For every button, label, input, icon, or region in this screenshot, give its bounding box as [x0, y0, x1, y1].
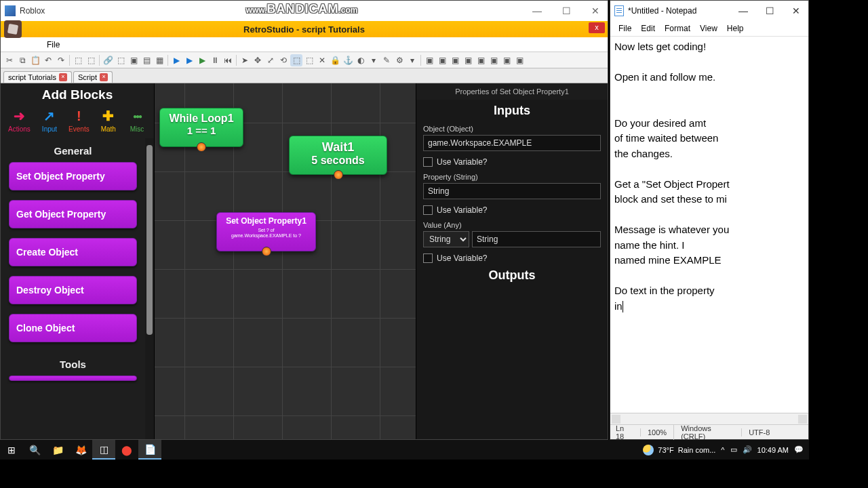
menu-edit[interactable]: Edit — [637, 22, 659, 35]
maximize-button[interactable]: ☐ — [558, 4, 575, 18]
input-property[interactable] — [423, 183, 601, 199]
horizontal-scrollbar[interactable] — [610, 413, 808, 424]
checkbox-use-variable-2[interactable]: Use Variable? — [416, 202, 608, 218]
cut-icon[interactable]: ✂ — [3, 54, 16, 66]
anchor-icon[interactable]: ⚓ — [342, 54, 354, 66]
undo-icon[interactable]: ↶ — [42, 54, 54, 66]
panel-icon[interactable]: ▣ — [462, 54, 474, 66]
gear-icon[interactable]: ⚙ — [393, 54, 406, 66]
block-get-object-property[interactable]: Get Object Property — [9, 200, 137, 228]
panel-icon[interactable]: ▣ — [423, 54, 435, 66]
play-icon[interactable]: ▶ — [196, 54, 208, 66]
clock[interactable]: 10:49 AM — [757, 446, 789, 454]
block-partial[interactable] — [9, 375, 137, 381]
lock-icon[interactable]: 🔒 — [329, 54, 341, 66]
minimize-button[interactable]: — — [734, 4, 752, 18]
redo-icon[interactable]: ↷ — [55, 54, 67, 66]
close-button[interactable]: ✕ — [788, 4, 804, 18]
script-canvas[interactable]: While Loop1 1 == 1 Wait1 5 seconds Set O… — [155, 83, 416, 439]
tab-script[interactable]: Script × — [73, 71, 113, 83]
search-icon[interactable]: 🔍 — [23, 440, 46, 460]
checkbox-use-variable-1[interactable]: Use Variable? — [416, 154, 608, 170]
checkbox-icon[interactable] — [423, 253, 433, 263]
category-events[interactable]: Events — [68, 108, 90, 133]
category-input[interactable]: Input — [40, 108, 59, 133]
tool-icon[interactable]: ⬚ — [115, 54, 127, 66]
panel-icon[interactable]: ▣ — [475, 54, 487, 66]
tool-icon[interactable]: ▤ — [140, 54, 153, 66]
move-icon[interactable]: ✥ — [252, 54, 264, 66]
copy-icon[interactable]: ⧉ — [16, 54, 28, 66]
tool-icon[interactable]: ⬚ — [303, 54, 315, 66]
notepad-textarea[interactable]: Now lets get coding! Open it and follow … — [610, 37, 808, 413]
scale-icon[interactable]: ⤢ — [264, 54, 277, 66]
record-icon[interactable]: ⬤ — [115, 440, 138, 460]
play-start-icon[interactable]: ▶ — [170, 54, 182, 66]
tool-icon[interactable]: ▦ — [153, 54, 165, 66]
explorer-icon[interactable]: 📁 — [46, 440, 69, 460]
dropdown-icon[interactable]: ▾ — [406, 54, 418, 66]
notifications-icon[interactable]: 💬 — [794, 445, 804, 454]
category-actions[interactable]: Actions — [8, 108, 31, 133]
output-port[interactable] — [262, 247, 271, 256]
roblox-taskbar-icon[interactable]: ◫ — [92, 440, 115, 460]
link-icon[interactable]: 🔗 — [102, 54, 114, 66]
pause-icon[interactable]: ⏸ — [209, 54, 221, 66]
panel-icon[interactable]: ▣ — [513, 54, 526, 66]
rotate-icon[interactable]: ⟲ — [277, 54, 290, 66]
volume-icon[interactable]: 🔊 — [743, 445, 752, 454]
menu-file[interactable]: File — [41, 39, 65, 51]
weather-widget[interactable]: 73°F Rain com... — [643, 445, 715, 455]
transform-icon[interactable]: ⬚ — [290, 54, 302, 66]
input-object[interactable] — [423, 135, 601, 151]
checkbox-icon[interactable] — [423, 157, 433, 167]
play-here-icon[interactable]: ▶ — [183, 54, 195, 66]
output-port[interactable] — [197, 142, 206, 152]
tool-icon[interactable]: ⬚ — [72, 54, 84, 66]
menu-file[interactable]: File — [614, 22, 635, 35]
select-value-type[interactable]: String — [423, 231, 469, 247]
tab-script-tutorials[interactable]: script Tutorials × — [3, 71, 72, 83]
category-math[interactable]: Math — [99, 108, 118, 133]
cursor-icon[interactable]: ➤ — [239, 54, 251, 66]
menu-help[interactable]: Help — [723, 22, 748, 35]
block-clone-object[interactable]: Clone Object — [9, 314, 137, 342]
minimize-button[interactable]: — — [528, 4, 546, 18]
tool-icon[interactable]: ◐ — [355, 54, 367, 66]
tool-icon[interactable]: ▣ — [127, 54, 140, 66]
block-destroy-object[interactable]: Destroy Object — [9, 276, 137, 304]
blocks-scrollbar[interactable] — [145, 138, 154, 439]
tool-icon[interactable]: ✕ — [316, 54, 328, 66]
tab-close-icon[interactable]: × — [100, 73, 108, 81]
tab-close-icon[interactable]: × — [59, 73, 67, 81]
panel-icon[interactable]: ▣ — [436, 54, 448, 66]
block-create-object[interactable]: Create Object — [9, 238, 137, 266]
paste-icon[interactable]: 📋 — [29, 54, 41, 66]
checkbox-icon[interactable] — [423, 205, 433, 215]
panel-icon[interactable]: ▣ — [449, 54, 461, 66]
tray-chevron-icon[interactable]: ^ — [721, 446, 724, 454]
roblox-titlebar[interactable]: Roblox — ☐ ✕ — [1, 1, 608, 21]
dropdown-icon[interactable]: ▾ — [368, 54, 380, 66]
close-button[interactable]: ✕ — [587, 4, 604, 18]
panel-icon[interactable]: ▣ — [488, 54, 500, 66]
menu-format[interactable]: Format — [660, 22, 694, 35]
tool-icon[interactable]: ⬚ — [85, 54, 97, 66]
node-while-loop[interactable]: While Loop1 1 == 1 — [159, 108, 243, 147]
wand-icon[interactable]: ✎ — [380, 54, 393, 66]
menu-view[interactable]: View — [696, 22, 722, 35]
firefox-icon[interactable]: 🦊 — [69, 440, 92, 460]
checkbox-use-variable-3[interactable]: Use Variable? — [416, 250, 608, 264]
panel-icon[interactable]: ▣ — [500, 54, 513, 66]
retrostudio-close-button[interactable]: x — [589, 22, 605, 33]
block-set-object-property[interactable]: Set Object Property — [9, 162, 137, 190]
network-icon[interactable]: ▭ — [730, 445, 737, 454]
notepad-taskbar-icon[interactable]: 📄 — [138, 440, 161, 460]
node-wait[interactable]: Wait1 5 seconds — [289, 136, 387, 175]
node-set-object-property[interactable]: Set Object Property1 Set ? of game.Works… — [216, 212, 316, 251]
input-value[interactable] — [472, 231, 601, 247]
notepad-titlebar[interactable]: *Untitled - Notepad — ☐ ✕ — [610, 1, 808, 21]
start-button[interactable]: ⊞ — [0, 440, 23, 460]
step-icon[interactable]: ⏮ — [222, 54, 234, 66]
maximize-button[interactable]: ☐ — [762, 4, 778, 18]
